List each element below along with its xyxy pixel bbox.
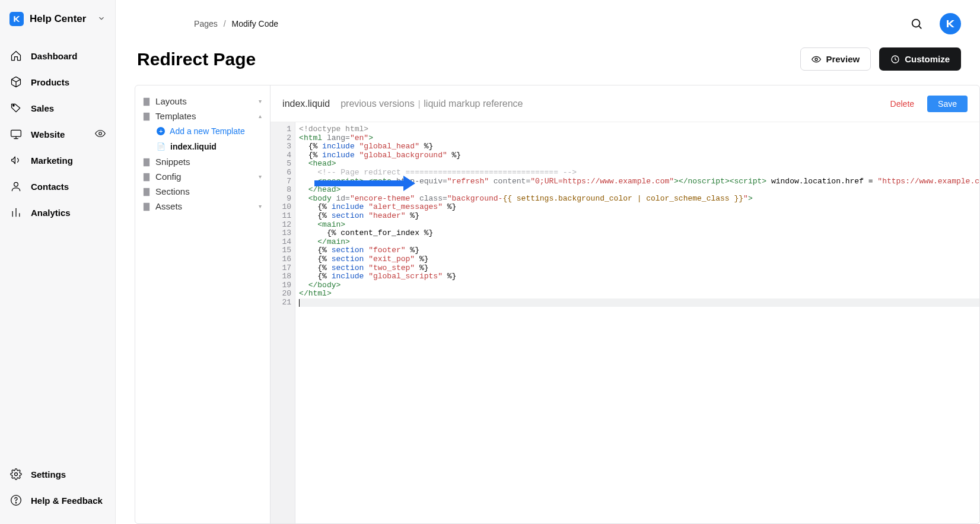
chevron-down-icon: ▾ [259, 173, 262, 180]
svg-point-5 [99, 132, 102, 135]
code-line: <head> [299, 160, 979, 169]
chevron-down-icon: ▾ [259, 203, 262, 209]
tree-folder-label: Sections [155, 186, 190, 196]
sidebar-item-label: Contacts [31, 182, 69, 192]
code-line: {% include "alert_messages" %} [299, 203, 979, 212]
tree-folder-label: Config [155, 172, 181, 182]
brand-avatar[interactable] [940, 13, 961, 34]
chevron-down-icon: ▾ [259, 98, 262, 104]
code-line: {% section "footer" %} [299, 246, 979, 255]
bars-icon [9, 207, 23, 218]
plus-icon: + [157, 127, 165, 135]
user-icon [9, 180, 23, 192]
tree-folder-label: Templates [155, 111, 196, 121]
code-line: </body> [299, 281, 979, 290]
code-line: {% section "two_step" %} [299, 264, 979, 273]
liquid-reference-link[interactable]: liquid markup reference [424, 99, 523, 109]
sidebar-item-label: Sales [31, 103, 54, 113]
breadcrumb-sep: / [224, 19, 226, 28]
question-icon [9, 494, 23, 506]
sidebar: Help Center DashboardProductsSalesWebsit… [0, 0, 116, 524]
code-line: <!-- Page redirect =====================… [299, 169, 979, 177]
logo-icon [9, 12, 24, 26]
code-line: {% content_for_index %} [299, 229, 979, 238]
sidebar-item-help-feedback[interactable]: Help & Feedback [0, 487, 115, 513]
box-icon [9, 76, 23, 88]
sidebar-item-label: Help & Feedback [31, 496, 103, 506]
sidebar-footer: SettingsHelp & Feedback [0, 461, 115, 524]
sidebar-item-sales[interactable]: Sales [0, 95, 115, 121]
tree-folder-assets[interactable]: ▇ Assets ▾ [140, 199, 265, 214]
sidebar-item-label: Website [31, 129, 65, 139]
monitor-icon [9, 128, 23, 140]
customize-icon [890, 55, 900, 64]
eye-icon [812, 55, 821, 64]
search-icon[interactable] [910, 17, 923, 30]
breadcrumb-current: Modify Code [231, 19, 278, 28]
sidebar-item-label: Marketing [31, 155, 73, 166]
file-icon: 📄 [157, 142, 166, 151]
folder-icon: ▇ [144, 172, 149, 181]
svg-point-6 [14, 182, 18, 186]
code-line: {% include "global_head" %} [299, 142, 979, 151]
code-line: {% include "global_background" %} [299, 151, 979, 160]
code-line: <body id="encore-theme" class="backgroun… [299, 195, 979, 204]
home-icon [9, 50, 23, 62]
tree-folder-layouts[interactable]: ▇ Layouts ▾ [140, 94, 265, 109]
folder-icon: ▇ [144, 157, 149, 166]
svg-point-12 [15, 503, 16, 503]
chevron-down-icon[interactable] [97, 14, 106, 24]
code-editor[interactable]: 123456789101112131415161718192021 <!doct… [271, 122, 979, 523]
sidebar-item-label: Dashboard [31, 51, 77, 61]
code-line: <html lang="en"> [299, 134, 979, 143]
sidebar-header[interactable]: Help Center [0, 12, 115, 40]
add-template-button[interactable]: + Add a new Template [140, 123, 265, 139]
tree-folder-config[interactable]: ▇ Config ▾ [140, 169, 265, 184]
tree-folder-label: Assets [155, 201, 182, 211]
code-content[interactable]: <!doctype html><html lang="en"> {% inclu… [295, 122, 979, 523]
breadcrumb-parent[interactable]: Pages [194, 19, 218, 28]
code-line: {% section "header" %} [299, 212, 979, 221]
sidebar-item-products[interactable]: Products [0, 69, 115, 95]
editor-filename: index.liquid [282, 99, 330, 109]
separator: | [418, 99, 421, 109]
svg-point-15 [815, 58, 817, 61]
tree-folder-templates[interactable]: ▇ Templates ▴ [140, 109, 265, 123]
code-line: {% section "exit_pop" %} [299, 255, 979, 264]
folder-icon: ▇ [144, 202, 149, 211]
chevron-up-icon: ▴ [259, 113, 262, 119]
save-button[interactable]: Save [927, 96, 968, 112]
sidebar-item-analytics[interactable]: Analytics [0, 199, 115, 226]
delete-button[interactable]: Delete [890, 99, 914, 109]
nav-list: DashboardProductsSalesWebsiteMarketingCo… [0, 40, 115, 461]
svg-point-13 [912, 20, 920, 27]
editor-card: ▇ Layouts ▾ ▇ Templates ▴ + Add a new Te… [135, 85, 980, 524]
tree-folder-snippets[interactable]: ▇ Snippets [140, 154, 265, 169]
code-line: <main> [299, 221, 979, 230]
editor-pane: index.liquid previous versions | liquid … [271, 85, 979, 523]
previous-versions-link[interactable]: previous versions [341, 99, 415, 109]
tree-folder-sections[interactable]: ▇ Sections [140, 184, 265, 199]
code-line: <noscript> <meta http-equiv="refresh" co… [299, 177, 979, 186]
svg-line-14 [919, 26, 921, 28]
main: Pages / Modify Code Redirect Page Previe… [116, 0, 980, 524]
add-template-label: Add a new Template [170, 126, 245, 136]
sidebar-item-dashboard[interactable]: Dashboard [0, 43, 115, 69]
svg-rect-2 [11, 130, 21, 136]
tree-file-index[interactable]: 📄 index.liquid [140, 139, 265, 154]
tree-folder-label: Layouts [155, 96, 187, 106]
tree-file-label: index.liquid [170, 142, 217, 151]
app-title: Help Center [30, 13, 97, 25]
sidebar-item-settings[interactable]: Settings [0, 461, 115, 487]
page-title: Redirect Page [137, 49, 256, 69]
customize-button[interactable]: Customize [879, 47, 961, 71]
code-line: </main> [299, 238, 979, 247]
code-line [299, 298, 979, 307]
topbar: Pages / Modify Code [116, 0, 980, 47]
sidebar-item-website[interactable]: Website [0, 121, 115, 147]
megaphone-icon [9, 154, 23, 166]
sidebar-item-contacts[interactable]: Contacts [0, 173, 115, 199]
preview-button[interactable]: Preview [800, 47, 871, 71]
sidebar-item-label: Analytics [31, 208, 71, 218]
sidebar-item-marketing[interactable]: Marketing [0, 147, 115, 173]
